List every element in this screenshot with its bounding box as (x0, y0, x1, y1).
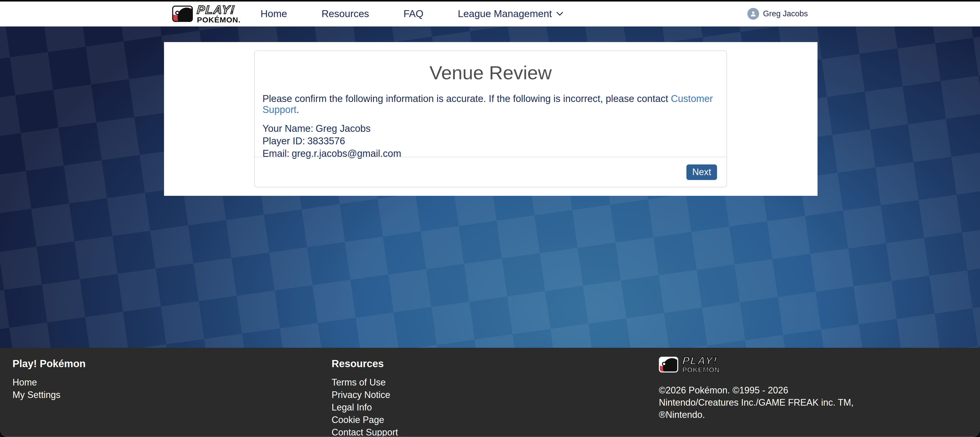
play-pokemon-logo-icon (172, 6, 193, 22)
intro-text-after: . (296, 104, 299, 115)
player-id-line: Player ID:3833576 (262, 135, 719, 147)
page-title: Venue Review (262, 62, 719, 84)
play-pokemon-logo-text: PLAY! POKÉMON. (197, 4, 240, 24)
footer-link-legal-info[interactable]: Legal Info (332, 401, 659, 413)
player-id-label: Player ID: (262, 136, 305, 146)
intro-text: Please confirm the following information… (262, 93, 719, 115)
nav-item-faq[interactable]: FAQ (404, 8, 423, 19)
copyright-line-1: ©2026 Pokémon. ©1995 - 2026 (659, 384, 980, 396)
play-pokemon-logo[interactable]: PLAY! POKÉMON. (172, 4, 240, 24)
footer-play-pokemon-logo[interactable]: PLAY! POKÉMON. (659, 355, 980, 373)
footer-logo-play-text: PLAY! (682, 355, 722, 366)
footer-link-contact-support[interactable]: Contact Support (332, 426, 659, 437)
footer-link-my-settings[interactable]: My Settings (13, 389, 332, 401)
footer-link-privacy-notice[interactable]: Privacy Notice (332, 389, 659, 401)
avatar (748, 8, 759, 20)
navbar-inner: PLAY! POKÉMON. Home Resources FAQ League… (172, 2, 808, 26)
nav-item-resources[interactable]: Resources (321, 8, 369, 19)
page: PLAY! POKÉMON. Home Resources FAQ League… (0, 0, 980, 437)
player-name-label: Your Name: (262, 123, 313, 134)
card-footer: Next (255, 157, 727, 187)
checkered-background: Venue Review Please confirm the followin… (0, 27, 980, 348)
content-panel: Venue Review Please confirm the followin… (164, 42, 818, 196)
footer-play-pokemon-logo-icon (659, 357, 678, 372)
nav-item-league-management[interactable]: League Management (458, 8, 563, 19)
logo-play-text: PLAY! (196, 4, 241, 16)
person-icon (750, 10, 757, 17)
nav-links: Home Resources FAQ League Management (261, 8, 563, 19)
navbar: PLAY! POKÉMON. Home Resources FAQ League… (0, 2, 980, 27)
footer-brand-column: Play! Pokémon Home My Settings (13, 348, 332, 437)
footer-link-cookie-page[interactable]: Cookie Page (332, 413, 659, 426)
pokeball-icon (662, 362, 666, 366)
footer-resources-heading: Resources (332, 358, 659, 369)
chevron-down-icon (556, 12, 563, 16)
player-id-value: 3833576 (307, 136, 345, 146)
user-menu[interactable]: Greg Jacobs (748, 8, 808, 20)
player-info: Your Name:Greg Jacobs Player ID:3833576 … (262, 122, 719, 160)
user-name: Greg Jacobs (763, 9, 808, 18)
copyright-text: ©2026 Pokémon. ©1995 - 2026 Nintendo/Cre… (659, 384, 980, 421)
intro-text-before: Please confirm the following information… (262, 93, 671, 104)
next-button[interactable]: Next (686, 164, 717, 180)
footer-logo-pokemon-text: POKÉMON. (682, 367, 722, 373)
player-name-line: Your Name:Greg Jacobs (262, 122, 719, 135)
footer-brand-heading: Play! Pokémon (13, 358, 332, 369)
copyright-line-2: Nintendo/Creatures Inc./GAME FREAK inc. … (659, 396, 980, 409)
footer-play-pokemon-logo-text: PLAY! POKÉMON. (682, 355, 722, 373)
footer-link-home[interactable]: Home (13, 376, 332, 389)
logo-pokemon-text: POKÉMON. (197, 16, 240, 24)
footer-resources-column: Resources Terms of Use Privacy Notice Le… (332, 348, 659, 437)
card-body: Venue Review Please confirm the followin… (255, 51, 727, 160)
footer-link-terms-of-use[interactable]: Terms of Use (332, 376, 659, 389)
copyright-line-3: ®Nintendo. (659, 409, 980, 421)
footer-legal-column: PLAY! POKÉMON. ©2026 Pokémon. ©1995 - 20… (659, 348, 980, 437)
footer: Play! Pokémon Home My Settings Resources… (0, 348, 980, 437)
venue-review-card: Venue Review Please confirm the followin… (254, 51, 727, 188)
nav-item-league-management-label: League Management (458, 8, 552, 19)
pokeball-icon (175, 11, 180, 15)
player-name-value: Greg Jacobs (315, 123, 371, 134)
nav-item-home[interactable]: Home (261, 8, 287, 19)
